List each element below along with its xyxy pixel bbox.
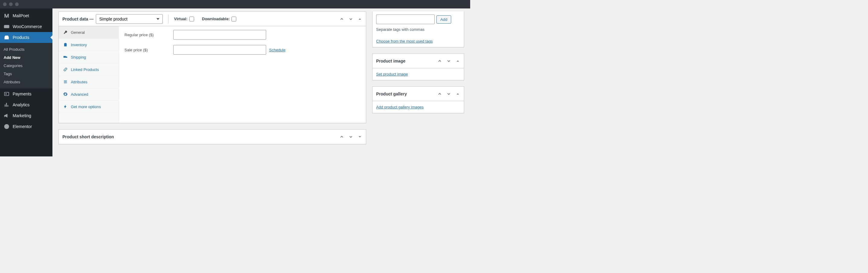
toggle-panel-icon[interactable] (355, 133, 364, 141)
traffic-close-icon[interactable] (3, 2, 7, 6)
menu-label: Payments (13, 91, 31, 96)
menu-elementor[interactable]: Elementor (0, 121, 53, 132)
gear-icon (63, 92, 68, 97)
products-submenu: All Products Add New Categories Tags Att… (0, 43, 53, 88)
tab-label: General (71, 30, 85, 35)
menu-mailpoet[interactable]: MailPoet (0, 10, 53, 21)
submenu-tags[interactable]: Tags (0, 70, 53, 78)
lightning-icon (63, 104, 68, 109)
tab-advanced[interactable]: Advanced (59, 88, 119, 101)
truck-icon (63, 55, 68, 59)
toggle-panel-icon[interactable] (454, 57, 462, 65)
menu-label: Elementor (13, 124, 32, 129)
downloadable-checkbox[interactable] (231, 17, 236, 22)
move-up-icon[interactable] (435, 90, 444, 98)
tab-label: Attributes (71, 80, 87, 84)
virtual-field[interactable]: Virtual: (174, 17, 194, 22)
product-data-box: Product data — Simple product Virtual: D… (59, 11, 366, 123)
menu-label: WooCommerce (13, 24, 42, 29)
product-data-title: Product data — (62, 17, 93, 22)
svg-point-2 (4, 124, 9, 129)
menu-analytics[interactable]: Analytics (0, 99, 53, 110)
toggle-panel-icon[interactable] (355, 15, 364, 23)
product-gallery-box: Product gallery Add product gallery imag… (372, 86, 464, 113)
tab-label: Inventory (71, 43, 87, 47)
product-type-select[interactable]: Simple product (96, 14, 163, 24)
choose-tags-link[interactable]: Choose from the most used tags (376, 39, 433, 44)
menu-label: Analytics (13, 102, 30, 107)
downloadable-label: Downloadable: (202, 17, 230, 21)
add-gallery-images-link[interactable]: Add product gallery images (376, 105, 424, 109)
link-icon (63, 67, 68, 72)
schedule-link[interactable]: Schedule (269, 48, 285, 52)
product-image-box: Product image Set product image (372, 53, 464, 80)
move-up-icon[interactable] (338, 133, 346, 141)
virtual-label: Virtual: (174, 17, 187, 21)
add-tag-button[interactable]: Add (436, 16, 451, 24)
megaphone-icon (4, 113, 10, 119)
move-down-icon[interactable] (444, 90, 453, 98)
move-down-icon[interactable] (347, 133, 355, 141)
tab-get-more-options[interactable]: Get more options (59, 101, 119, 113)
tab-label: Linked Products (71, 67, 99, 72)
sale-price-label: Sale price ($) (124, 48, 173, 52)
menu-label: MailPoet (13, 13, 29, 18)
content-area: Product data — Simple product Virtual: D… (53, 8, 470, 157)
traffic-minimize-icon[interactable] (9, 2, 13, 6)
elementor-icon (4, 124, 10, 130)
move-up-icon[interactable] (338, 15, 346, 23)
clipboard-icon (63, 42, 68, 47)
wrench-icon (63, 30, 68, 35)
list-icon (63, 79, 68, 84)
product-tags-box: Add Separate tags with commas Choose fro… (372, 11, 464, 48)
product-image-title: Product image (373, 59, 435, 63)
short-description-box: Product short description (59, 129, 366, 144)
svg-rect-0 (4, 25, 9, 28)
submenu-attributes[interactable]: Attributes (0, 78, 53, 86)
analytics-icon (4, 102, 10, 108)
tab-attributes[interactable]: Attributes (59, 76, 119, 88)
tab-label: Shipping (71, 55, 86, 59)
virtual-checkbox[interactable] (189, 17, 194, 22)
regular-price-input[interactable] (173, 30, 266, 39)
menu-label: Marketing (13, 113, 31, 118)
tab-shipping[interactable]: Shipping (59, 51, 119, 63)
short-description-title: Product short description (59, 134, 338, 139)
tab-inventory[interactable]: Inventory (59, 39, 119, 51)
submenu-all-products[interactable]: All Products (0, 45, 53, 53)
mailpoet-icon (4, 13, 10, 19)
menu-woocommerce[interactable]: WooCommerce (0, 21, 53, 32)
submenu-add-new[interactable]: Add New (0, 53, 53, 62)
menu-label: Products (13, 35, 29, 40)
products-icon (4, 34, 10, 40)
tab-label: Get more options (71, 105, 101, 109)
mac-titlebar (0, 0, 470, 8)
general-panel: Regular price ($) Sale price ($) Schedul… (119, 26, 366, 123)
sale-price-input[interactable] (173, 45, 266, 55)
tab-linked-products[interactable]: Linked Products (59, 63, 119, 76)
admin-sidebar: MailPoet WooCommerce Products All Produc… (0, 8, 53, 157)
product-gallery-title: Product gallery (373, 91, 435, 96)
menu-payments[interactable]: Payments (0, 88, 53, 99)
payments-icon (4, 91, 10, 97)
tags-hint: Separate tags with commas (373, 27, 464, 35)
divider (168, 15, 168, 24)
tab-label: Advanced (71, 92, 88, 97)
move-down-icon[interactable] (347, 15, 355, 23)
product-data-title-row: Product data — Simple product Virtual: D… (59, 14, 338, 24)
menu-marketing[interactable]: Marketing (0, 110, 53, 121)
toggle-panel-icon[interactable] (454, 90, 462, 98)
move-up-icon[interactable] (435, 57, 444, 65)
product-data-tabs: General Inventory Shipping Linked P (59, 26, 119, 123)
tags-input[interactable] (376, 15, 435, 24)
submenu-categories[interactable]: Categories (0, 62, 53, 70)
menu-products[interactable]: Products (0, 32, 53, 43)
downloadable-field[interactable]: Downloadable: (202, 17, 236, 22)
woocommerce-icon (4, 24, 10, 30)
traffic-zoom-icon[interactable] (15, 2, 19, 6)
set-product-image-link[interactable]: Set product image (376, 72, 408, 76)
move-down-icon[interactable] (444, 57, 453, 65)
tab-general[interactable]: General (59, 26, 119, 39)
regular-price-label: Regular price ($) (124, 33, 173, 37)
